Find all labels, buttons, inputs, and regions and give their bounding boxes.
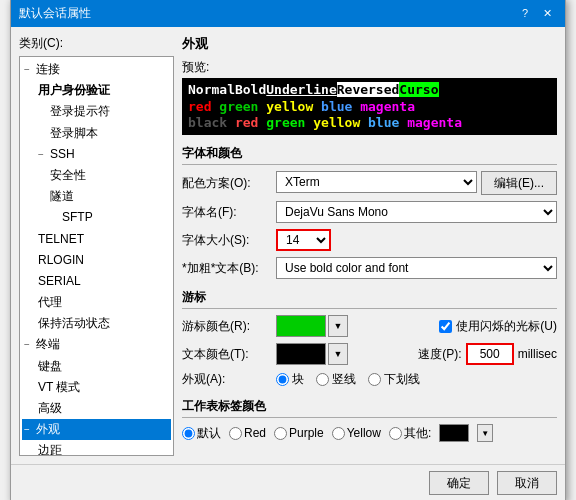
radio-tab-default[interactable]	[182, 427, 195, 440]
right-panel: 外观 预览: Normal Bold Underline Reversed Cu…	[182, 35, 557, 456]
radio-tab-other[interactable]	[389, 427, 402, 440]
color-scheme-select[interactable]: XTerm	[276, 171, 477, 193]
tab-default-label: 默认	[197, 425, 221, 442]
section-title: 外观	[182, 35, 557, 53]
cancel-button[interactable]: 取消	[497, 471, 557, 495]
tree-item-tunnel[interactable]: 隧道	[22, 186, 171, 207]
cursor-color-box	[276, 315, 326, 337]
radio-tab-purple[interactable]	[274, 427, 287, 440]
left-panel: 类别(C): −连接 用户身份验证 登录提示符 登录脚本 −SSH	[19, 35, 174, 456]
bold-text-select[interactable]: Use bold color and font Use bold font on…	[276, 257, 557, 279]
title-bar-buttons: ? ✕	[515, 4, 557, 22]
preview-bold: Bold	[235, 82, 266, 97]
font-color-title: 字体和颜色	[182, 145, 557, 165]
bold-text-control: Use bold color and font Use bold font on…	[276, 257, 557, 279]
preview-label: 预览:	[182, 59, 557, 76]
text-color-dropdown[interactable]: ▼	[328, 343, 348, 365]
tab-default[interactable]: 默认	[182, 425, 221, 442]
bold-text-row: *加粗*文本(B): Use bold color and font Use b…	[182, 257, 557, 279]
tree-item-ssh[interactable]: −SSH	[22, 144, 171, 165]
preview-normal: Normal	[188, 82, 235, 97]
tree-item-serial[interactable]: SERIAL	[22, 271, 171, 292]
color-scheme-control: XTerm 编辑(E)...	[276, 171, 557, 195]
radio-block[interactable]	[276, 373, 289, 386]
font-name-label: 字体名(F):	[182, 204, 272, 221]
tree-item-security[interactable]: 安全性	[22, 165, 171, 186]
tab-other[interactable]: 其他:	[389, 425, 431, 442]
tab-purple-label: Purple	[289, 426, 324, 440]
speed-input[interactable]	[466, 343, 514, 365]
tree-item-keyboard[interactable]: 键盘	[22, 356, 171, 377]
cursor-section: 游标 游标颜色(R): ▼ 使用闪烁的光标(U) 文本颜色(T):	[182, 289, 557, 388]
edit-button[interactable]: 编辑(E)...	[481, 171, 557, 195]
tab-purple[interactable]: Purple	[274, 426, 324, 440]
tree-item-proxy[interactable]: 代理	[22, 292, 171, 313]
cursor-title: 游标	[182, 289, 557, 309]
dialog-title: 默认会话属性	[19, 5, 91, 22]
cursor-color-dropdown[interactable]: ▼	[328, 315, 348, 337]
tabs-color-title: 工作表标签颜色	[182, 398, 557, 418]
close-button[interactable]: ✕	[537, 4, 557, 22]
cursor-color-row: 游标颜色(R): ▼ 使用闪烁的光标(U)	[182, 315, 557, 337]
dialog-body: 类别(C): −连接 用户身份验证 登录提示符 登录脚本 −SSH	[11, 27, 565, 464]
preview-row2: red green yellow blue magenta	[188, 99, 551, 114]
tab-yellow-label: Yellow	[347, 426, 381, 440]
font-name-select[interactable]: DejaVu Sans Mono	[276, 201, 557, 223]
appearance-underline[interactable]: 下划线	[368, 371, 420, 388]
preview-cursor: Curso	[399, 82, 438, 97]
blink-checkbox[interactable]	[439, 320, 452, 333]
tree-item-connect[interactable]: −连接	[22, 59, 171, 80]
color-scheme-label: 配色方案(O):	[182, 175, 272, 192]
tree-item-sftp[interactable]: SFTP	[22, 207, 171, 228]
tree-item-login-prompt[interactable]: 登录提示符	[22, 101, 171, 122]
cursor-color-label: 游标颜色(R):	[182, 318, 272, 335]
radio-tab-yellow[interactable]	[332, 427, 345, 440]
color-scheme-row: 配色方案(O): XTerm 编辑(E)...	[182, 171, 557, 195]
tab-other-label: 其他:	[404, 425, 431, 442]
radio-tab-red[interactable]	[229, 427, 242, 440]
appearance-label: 外观(A):	[182, 371, 272, 388]
tab-red[interactable]: Red	[229, 426, 266, 440]
radio-vline[interactable]	[316, 373, 329, 386]
tree-item-login-script[interactable]: 登录脚本	[22, 123, 171, 144]
tabs-color-section: 工作表标签颜色 默认 Red Purple	[182, 398, 557, 442]
font-size-row: 字体大小(S): 14 10 12 16	[182, 229, 557, 251]
speed-row: 速度(P): millisec	[418, 343, 557, 365]
tree-item-terminal[interactable]: −终端	[22, 334, 171, 355]
tab-yellow[interactable]: Yellow	[332, 426, 381, 440]
tree-item-auth[interactable]: 用户身份验证	[22, 80, 171, 101]
tree-item-vt[interactable]: VT 模式	[22, 377, 171, 398]
dialog: 默认会话属性 ? ✕ 类别(C): −连接 用户身份验证 登录提示符	[10, 0, 566, 500]
tree-item-advanced-terminal[interactable]: 高级	[22, 398, 171, 419]
radio-underline[interactable]	[368, 373, 381, 386]
category-label: 类别(C):	[19, 35, 174, 52]
font-size-control: 14 10 12 16	[276, 229, 557, 251]
font-name-control: DejaVu Sans Mono	[276, 201, 557, 223]
preview-row1: Normal Bold Underline Reversed Curso	[188, 82, 551, 97]
title-bar: 默认会话属性 ? ✕	[11, 0, 565, 27]
speed-unit: millisec	[518, 347, 557, 361]
text-color-control: ▼ 速度(P): millisec	[276, 343, 557, 365]
ok-button[interactable]: 确定	[429, 471, 489, 495]
help-button[interactable]: ?	[515, 4, 535, 22]
preview-underline: Underline	[266, 82, 336, 97]
tree-item-telnet[interactable]: TELNET	[22, 229, 171, 250]
appearance-vline[interactable]: 竖线	[316, 371, 356, 388]
tab-other-color-dropdown[interactable]: ▼	[477, 424, 493, 442]
speed-label: 速度(P):	[418, 346, 461, 363]
tree[interactable]: −连接 用户身份验证 登录提示符 登录脚本 −SSH 安全性 隧	[19, 56, 174, 456]
tab-red-label: Red	[244, 426, 266, 440]
appearance-block[interactable]: 块	[276, 371, 304, 388]
font-name-row: 字体名(F): DejaVu Sans Mono	[182, 201, 557, 223]
dialog-footer: 确定 取消	[11, 464, 565, 500]
appearance-radio-group: 块 竖线 下划线	[276, 371, 420, 388]
font-size-label: 字体大小(S):	[182, 232, 272, 249]
tree-item-rlogin[interactable]: RLOGIN	[22, 250, 171, 271]
tree-item-keepalive[interactable]: 保持活动状态	[22, 313, 171, 334]
bold-text-label: *加粗*文本(B):	[182, 260, 272, 277]
tree-item-margin[interactable]: 边距	[22, 440, 171, 456]
tree-item-appearance[interactable]: −外观	[22, 419, 171, 440]
font-size-select[interactable]: 14 10 12 16	[276, 229, 331, 251]
appearance-row: 外观(A): 块 竖线 下划线	[182, 371, 557, 388]
tabs-color-row: 默认 Red Purple Yellow	[182, 424, 557, 442]
